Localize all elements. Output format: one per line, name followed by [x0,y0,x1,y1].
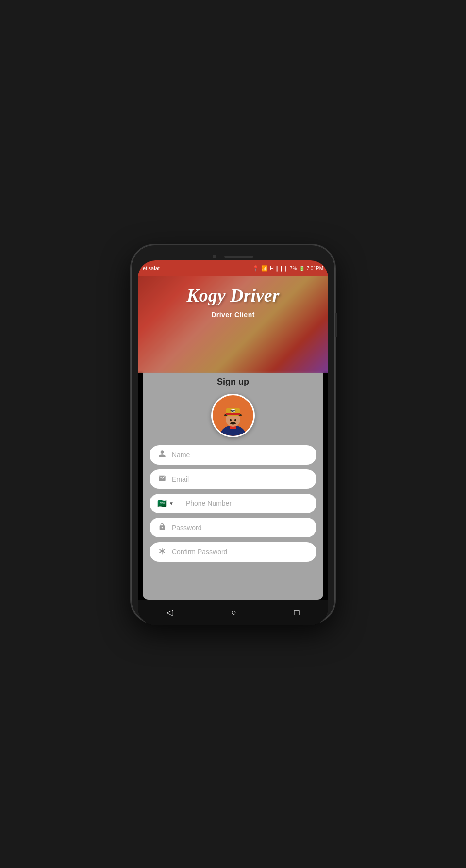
lock-icon [157,523,167,532]
svg-point-4 [230,422,236,425]
name-placeholder: Name [172,451,309,459]
phone-divider [180,498,180,508]
name-field[interactable]: Name [150,445,316,465]
app-title: Kogy Driver [146,286,320,306]
svg-text:TAXI: TAXI [230,410,236,413]
email-placeholder: Email [172,475,309,483]
phone-device: etisalat 📍 📶 H ❙❙❘ 7% 🔋 7:01PM Kogy Driv… [131,245,335,623]
phone-placeholder: Phone Number [186,499,309,507]
avatar: TAXI [211,394,255,437]
speaker-bar [224,256,253,258]
country-selector[interactable]: 🇸🇦 ▼ [157,499,174,508]
svg-rect-7 [226,413,240,415]
dropdown-arrow-icon: ▼ [169,501,174,506]
recent-button[interactable]: □ [286,604,307,622]
flag-icon: 🇸🇦 [157,499,167,508]
confirm-password-field[interactable]: Confirm Password [150,542,316,562]
phone-screen: etisalat 📍 📶 H ❙❙❘ 7% 🔋 7:01PM Kogy Driv… [138,260,328,625]
carrier-label: etisalat [143,265,160,271]
app-content: Kogy Driver Driver Client Sign up [138,276,328,600]
password-field[interactable]: Password [150,518,316,537]
location-icon: 📍 [252,265,259,272]
bottom-nav: ◁ ○ □ [138,600,328,625]
back-button[interactable]: ◁ [159,603,181,622]
avatar-container: TAXI [150,394,316,437]
battery-label: 7% [290,266,297,271]
svg-point-11 [234,419,236,421]
password-placeholder: Password [172,524,309,531]
home-button[interactable]: ○ [223,604,244,622]
battery-icon: 🔋 [299,266,305,271]
camera-dot [213,255,216,258]
svg-point-10 [230,419,232,421]
asterisk-icon [157,547,167,557]
phone-top-notch [138,252,328,260]
wifi-icon: 📶 [261,265,268,272]
status-right: 📍 📶 H ❙❙❘ 7% 🔋 7:01PM [252,265,323,272]
email-icon [157,474,167,484]
signup-title: Sign up [150,377,316,387]
status-bar: etisalat 📍 📶 H ❙❙❘ 7% 🔋 7:01PM [138,260,328,276]
form-card: Sign up [143,368,323,600]
time-label: 7:01PM [307,266,323,271]
hero-section: Kogy Driver Driver Client [138,276,328,373]
signal-label: H ❙❙❘ [270,265,288,272]
driver-svg: TAXI [214,397,252,436]
person-icon [157,450,167,460]
confirm-password-placeholder: Confirm Password [172,548,309,556]
app-subtitle: Driver Client [146,311,320,319]
email-field[interactable]: Email [150,469,316,489]
phone-field[interactable]: 🇸🇦 ▼ Phone Number [150,494,316,513]
